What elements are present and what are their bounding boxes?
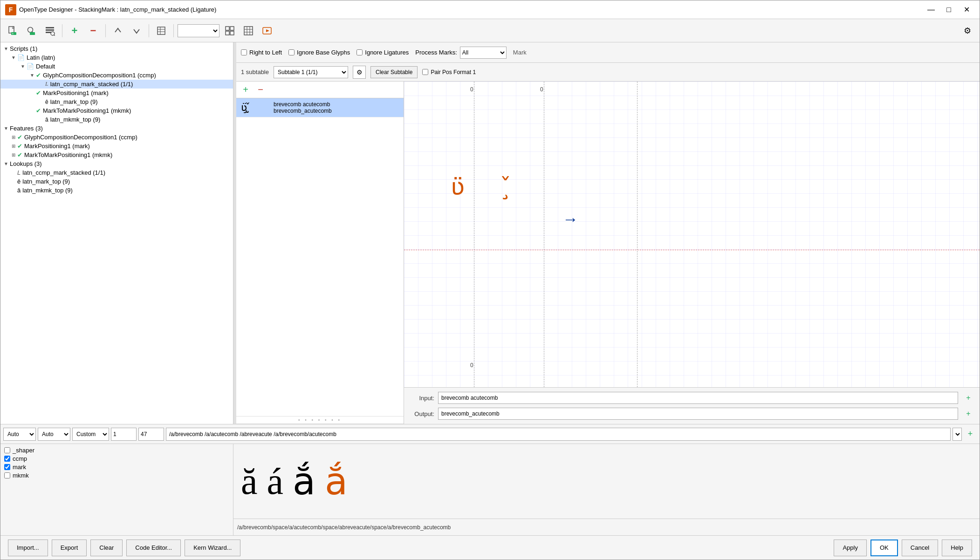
tree-item-mkmk[interactable]: ✔ MarkToMarkPositioning1 (mkmk) xyxy=(0,106,233,115)
shaper-check[interactable] xyxy=(4,447,10,453)
path-add-button[interactable]: + xyxy=(964,428,977,441)
preview-mode-button[interactable] xyxy=(259,22,275,39)
input-add-btn[interactable]: + xyxy=(962,391,975,404)
ignore-base-checkbox[interactable]: Ignore Base Glyphs xyxy=(288,49,350,56)
tree-item-latin[interactable]: ▼ 📄 Latin (latn) xyxy=(0,53,233,62)
subtable-gear-button[interactable]: ⚙ xyxy=(353,66,366,79)
remove-rule-button[interactable]: − xyxy=(85,22,102,39)
tree-item-features[interactable]: ▼ Features (3) xyxy=(0,124,233,133)
spin1-input[interactable] xyxy=(111,428,137,441)
clear-subtable-button[interactable]: Clear Subtable xyxy=(370,66,418,78)
tree-item-feat-mkmk[interactable]: ⊞ ✔ MarkToMarkPositioning1 (mkmk) xyxy=(0,150,233,159)
pair-pos-checkbox[interactable]: Pair Pos Format 1 xyxy=(422,69,476,75)
spin2-input[interactable] xyxy=(138,428,164,441)
tree-item-lookups[interactable]: ▼ Lookups (3) xyxy=(0,159,233,168)
mkmk-check[interactable] xyxy=(4,472,10,478)
feature-ccmp[interactable]: ccmp xyxy=(4,455,229,462)
latin-label: Latin (latn) xyxy=(27,54,55,61)
glyph-render-area: ă á ắ ắ /a/brevecomb/space/a/acutecomb/s… xyxy=(233,444,980,535)
add-rule-btn[interactable]: + xyxy=(239,83,252,96)
zoom-select[interactable]: 15.00% xyxy=(178,24,219,37)
path-select[interactable] xyxy=(953,428,962,441)
expand-latin[interactable]: ▼ xyxy=(10,55,17,60)
output-add-btn[interactable]: + xyxy=(962,407,975,420)
input-field[interactable] xyxy=(438,392,958,404)
fit-view-button[interactable] xyxy=(221,22,238,39)
ignore-lig-checkbox[interactable]: Ignore Ligatures xyxy=(356,49,409,56)
number-bottom: 0 xyxy=(470,362,473,369)
process-marks-select[interactable]: AllNone xyxy=(460,47,507,59)
ccmp-check[interactable] xyxy=(4,456,10,462)
expand-default[interactable]: ▼ xyxy=(19,64,27,69)
svg-rect-11 xyxy=(158,27,165,34)
expand-feat-mark[interactable]: ⊞ xyxy=(10,143,17,149)
expand-feat-mkmk[interactable]: ⊞ xyxy=(10,152,17,157)
minimize-button[interactable]: — xyxy=(923,2,939,17)
tree-item-latn-mkmk[interactable]: â latn_mkmk_top (9) xyxy=(0,115,233,124)
markpos-icon: ✔ xyxy=(36,89,41,96)
text-path-bar: /a/brevecomb/space/a/acutecomb/space/abr… xyxy=(233,519,980,535)
feature-mark[interactable]: mark xyxy=(4,464,229,471)
bottom-toolbar: AutoManual AutoManual CustomStandard + xyxy=(0,424,980,444)
kern-wizard-button[interactable]: Kern Wizard... xyxy=(185,540,240,556)
tree-item-lk3[interactable]: â latn_mkmk_top (9) xyxy=(0,186,233,195)
code-editor-button[interactable]: Code Editor... xyxy=(126,540,181,556)
rule-row-0[interactable]: ʋ̡̈ ̧̌ brevecomb acutecomb brevecomb_acu… xyxy=(236,98,404,117)
toolbar-btn-1[interactable]: + xyxy=(4,22,21,39)
lang-dropdown[interactable]: AutoManual xyxy=(38,428,70,441)
vline-2 xyxy=(544,82,544,387)
tree-item-latn-ccmp[interactable]: L latn_ccmp_mark_stacked (1/1) xyxy=(0,80,233,89)
svg-rect-19 xyxy=(244,27,253,35)
ok-button[interactable]: OK xyxy=(870,540,898,556)
add-rule-button[interactable]: + xyxy=(66,22,83,39)
grid-button[interactable] xyxy=(240,22,257,39)
tree-item-gcd[interactable]: ▼ ✔ GlyphCompositionDecomposition1 (ccmp… xyxy=(0,71,233,80)
settings-button[interactable]: ⚙ xyxy=(959,22,976,39)
help-button[interactable]: Help xyxy=(942,540,972,556)
vline-3 xyxy=(637,82,637,387)
expand-latn-mark xyxy=(38,99,45,104)
move-down-button[interactable] xyxy=(128,22,145,39)
output-field[interactable] xyxy=(438,408,958,420)
remove-rule-btn[interactable]: − xyxy=(254,83,267,96)
expand-scripts[interactable]: ▼ xyxy=(2,46,10,51)
tree-item-lk1[interactable]: L latn_ccmp_mark_stacked (1/1) xyxy=(0,168,233,177)
tree-item-scripts[interactable]: ▼ Scripts (1) xyxy=(0,44,233,53)
expand-feat-gcd[interactable]: ⊞ xyxy=(10,135,17,140)
close-button[interactable]: ✕ xyxy=(958,2,975,17)
export-button[interactable]: Export xyxy=(52,540,87,556)
mark-check[interactable] xyxy=(4,464,10,470)
subtable-select[interactable]: Subtable 1 (1/1) xyxy=(274,66,348,78)
move-up-button[interactable] xyxy=(110,22,126,39)
maximize-button[interactable]: □ xyxy=(940,2,957,17)
right-to-left-checkbox[interactable]: Right to Left xyxy=(241,49,282,56)
expand-lookups[interactable]: ▼ xyxy=(2,161,10,166)
shaper-dropdown[interactable]: AutoManual xyxy=(3,428,36,441)
text-path-input[interactable] xyxy=(166,428,951,441)
tree-item-feat-gcd[interactable]: ⊞ ✔ GlyphCompositionDecomposition1 (ccmp… xyxy=(0,133,233,142)
expand-features[interactable]: ▼ xyxy=(2,126,10,131)
expand-mkmk xyxy=(28,108,36,113)
toolbar-btn-2[interactable] xyxy=(23,22,40,39)
lookups-label: Lookups (3) xyxy=(10,160,42,167)
pair-pos-input[interactable] xyxy=(422,69,428,75)
apply-button[interactable]: Apply xyxy=(834,540,867,556)
custom-dropdown[interactable]: CustomStandard xyxy=(72,428,109,441)
clear-button[interactable]: Clear xyxy=(90,540,123,556)
tree-item-latn-mark[interactable]: ê latn_mark_top (9) xyxy=(0,97,233,106)
toolbar-btn-3[interactable] xyxy=(41,22,58,39)
tree-item-default[interactable]: ▼ 📄 Default xyxy=(0,62,233,71)
import-button[interactable]: Import... xyxy=(8,540,48,556)
tree-item-lk2[interactable]: ê latn_mark_top (9) xyxy=(0,177,233,186)
feature-mkmk[interactable]: mkmk xyxy=(4,472,229,479)
cancel-button[interactable]: Cancel xyxy=(902,540,938,556)
ignore-lig-input[interactable] xyxy=(356,49,363,55)
ignore-base-input[interactable] xyxy=(288,49,295,55)
feature-shaper[interactable]: _shaper xyxy=(4,447,229,454)
tree-item-markpos[interactable]: ✔ MarkPositioning1 (mark) xyxy=(0,89,233,97)
tree-item-feat-mark[interactable]: ⊞ ✔ MarkPositioning1 (mark) xyxy=(0,142,233,150)
expand-gcd[interactable]: ▼ xyxy=(28,73,36,78)
rtl-input[interactable] xyxy=(241,49,247,55)
rule-line1-0: brevecomb acutecomb xyxy=(274,101,332,108)
table-btn[interactable] xyxy=(153,22,170,39)
